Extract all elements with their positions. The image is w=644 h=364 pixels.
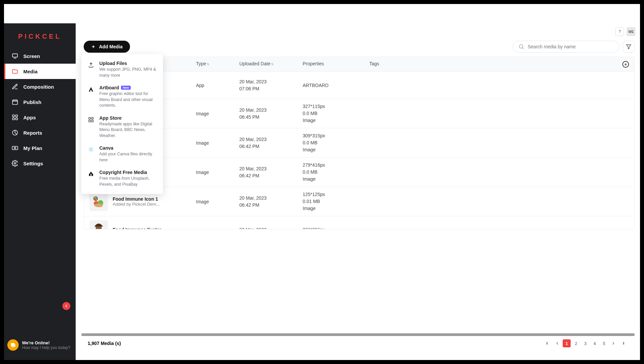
row-uploaded: 20 Mar, 202307:06 PM bbox=[239, 78, 303, 92]
row-uploaded: 20 Mar, 2023 bbox=[239, 226, 303, 229]
media-table: Name Type⇅ Uploaded Date⇅ Properties Tag… bbox=[84, 57, 635, 229]
row-uploaded: 20 Mar, 202306:42 PM bbox=[239, 195, 303, 209]
svg-text:C: C bbox=[90, 148, 92, 151]
page-first[interactable] bbox=[544, 339, 552, 347]
page-last[interactable] bbox=[619, 339, 627, 347]
filter-button[interactable] bbox=[623, 41, 635, 53]
svg-point-12 bbox=[14, 163, 16, 164]
monitor-icon bbox=[11, 52, 19, 60]
pie-chart-icon bbox=[11, 129, 19, 136]
svg-rect-7 bbox=[16, 115, 18, 117]
edit-icon bbox=[11, 83, 19, 90]
row-properties: 309*315px0.0 MBImage bbox=[303, 132, 369, 153]
dropdown-item-artboard[interactable]: ArtboardNew Free graphic editor tool for… bbox=[81, 82, 163, 112]
collapse-sidebar-button[interactable] bbox=[62, 302, 70, 310]
th-type[interactable]: Type⇅ bbox=[196, 61, 239, 68]
row-type: App bbox=[196, 83, 239, 88]
help-button[interactable]: ? bbox=[615, 27, 624, 36]
row-type: Image bbox=[196, 140, 239, 146]
table-row[interactable]: Image 20 Mar, 202306:42 PM 309*315px0.0 … bbox=[84, 128, 634, 157]
sidebar-item-my-plan[interactable]: My Plan bbox=[4, 140, 76, 156]
sidebar-item-label: Screen bbox=[23, 53, 40, 59]
svg-rect-8 bbox=[13, 118, 15, 120]
table-row[interactable]: Food Immunce Ilustor 20 Mar, 2023 386*38… bbox=[84, 216, 634, 229]
svg-rect-28 bbox=[92, 117, 93, 119]
row-properties: 386*386px bbox=[303, 226, 369, 229]
row-type: Image bbox=[196, 111, 239, 116]
sidebar-item-screen[interactable]: Screen bbox=[4, 48, 76, 64]
footer: 1,907 Media (s) 12345 bbox=[76, 336, 640, 351]
row-subtitle: Added by Pickcel Dem... bbox=[113, 202, 160, 207]
search-icon bbox=[518, 44, 524, 50]
row-uploaded: 20 Mar, 202306:45 PM bbox=[239, 107, 303, 121]
sidebar-item-composition[interactable]: Composition bbox=[4, 79, 76, 94]
page-next[interactable] bbox=[609, 339, 617, 347]
brand-logo: PICKCEL bbox=[4, 23, 76, 45]
dropdown-item-canva[interactable]: C Canva Add your Canva files directly he… bbox=[81, 142, 163, 166]
row-title: Food Immunce Ilustor bbox=[113, 227, 161, 229]
pagination: 12345 bbox=[544, 339, 627, 347]
chat-icon bbox=[7, 339, 19, 351]
svg-point-24 bbox=[94, 203, 103, 207]
canva-icon: C bbox=[87, 146, 95, 153]
sidebar-item-label: Media bbox=[23, 69, 38, 74]
row-properties: 327*115px0.0 MBImage bbox=[303, 103, 369, 124]
filter-icon bbox=[626, 44, 632, 50]
page-5[interactable]: 5 bbox=[600, 339, 608, 347]
svg-rect-10 bbox=[12, 146, 18, 150]
svg-rect-9 bbox=[16, 118, 18, 120]
sidebar-item-settings[interactable]: Settings bbox=[4, 156, 76, 171]
svg-rect-6 bbox=[13, 115, 15, 117]
add-media-button[interactable]: Add Media bbox=[84, 41, 130, 53]
sidebar-item-media[interactable]: Media bbox=[4, 64, 76, 79]
cfm-icon bbox=[87, 170, 95, 178]
page-1[interactable]: 1 bbox=[563, 339, 571, 347]
chat-widget[interactable]: We're Online! How may I help you today? bbox=[7, 339, 70, 351]
svg-rect-2 bbox=[13, 100, 18, 104]
sort-icon: ⇅ bbox=[207, 62, 209, 66]
sort-icon: ⇅ bbox=[271, 62, 274, 66]
sidebar-item-label: Settings bbox=[23, 161, 43, 166]
page-3[interactable]: 3 bbox=[581, 339, 589, 347]
dropdown-item-cfm[interactable]: Copyright Free Media Free media from Uns… bbox=[81, 166, 163, 191]
folder-icon bbox=[11, 68, 19, 75]
table-row[interactable]: …Re... Image 20 Mar, 202306:45 PM 327*11… bbox=[84, 99, 634, 128]
th-uploaded[interactable]: Uploaded Date⇅ bbox=[239, 61, 303, 68]
sidebar-item-reports[interactable]: Reports bbox=[4, 125, 76, 140]
sidebar-item-publish[interactable]: Publish bbox=[4, 94, 76, 110]
table-row[interactable]: Added by Pickcel Dem... Image 20 Mar, 20… bbox=[84, 157, 634, 187]
page-2[interactable]: 2 bbox=[572, 339, 580, 347]
calendar-icon bbox=[11, 98, 19, 106]
chat-status: We're Online! bbox=[22, 340, 70, 345]
media-count: 1,907 Media (s) bbox=[88, 341, 121, 346]
page-4[interactable]: 4 bbox=[591, 339, 599, 347]
chat-prompt: How may I help you today? bbox=[22, 345, 70, 350]
svg-rect-29 bbox=[89, 120, 90, 122]
artboard-icon bbox=[87, 86, 95, 93]
sidebar-item-label: My Plan bbox=[23, 145, 42, 151]
dropdown-item-upload[interactable]: Upload Files We support JPG, PNG, MP4 & … bbox=[81, 57, 163, 82]
search-field[interactable] bbox=[513, 41, 619, 53]
svg-rect-30 bbox=[92, 120, 93, 122]
row-properties: 125*125px0.01 MBImage bbox=[303, 191, 369, 212]
add-column-button[interactable]: + bbox=[622, 61, 629, 68]
avatar-badge[interactable]: WE bbox=[627, 27, 635, 36]
page-prev[interactable] bbox=[553, 339, 561, 347]
table-row[interactable]: …m App 20 Mar, 202307:06 PM ARTBOARD bbox=[84, 72, 634, 99]
grid-icon bbox=[11, 114, 19, 121]
svg-line-16 bbox=[522, 48, 523, 49]
new-badge: New bbox=[121, 86, 131, 90]
thumbnail bbox=[89, 220, 108, 229]
cash-icon bbox=[11, 144, 19, 152]
search-input[interactable] bbox=[528, 44, 614, 49]
sidebar: PICKCEL Screen Media Composition bbox=[4, 23, 76, 360]
table-header-row: Name Type⇅ Uploaded Date⇅ Properties Tag… bbox=[84, 57, 634, 72]
row-title: Food Immune Icon 1 bbox=[113, 196, 160, 202]
svg-rect-0 bbox=[13, 54, 18, 57]
sidebar-item-label: Publish bbox=[23, 99, 41, 105]
horizontal-scrollbar[interactable] bbox=[81, 333, 635, 336]
dropdown-item-appstore[interactable]: App Store Readymade apps like Digital Me… bbox=[81, 112, 163, 142]
sidebar-item-apps[interactable]: Apps bbox=[4, 110, 76, 125]
sidebar-item-label: Reports bbox=[23, 130, 42, 136]
table-row[interactable]: Food Immune Icon 1 Added by Pickcel Dem.… bbox=[84, 187, 634, 216]
